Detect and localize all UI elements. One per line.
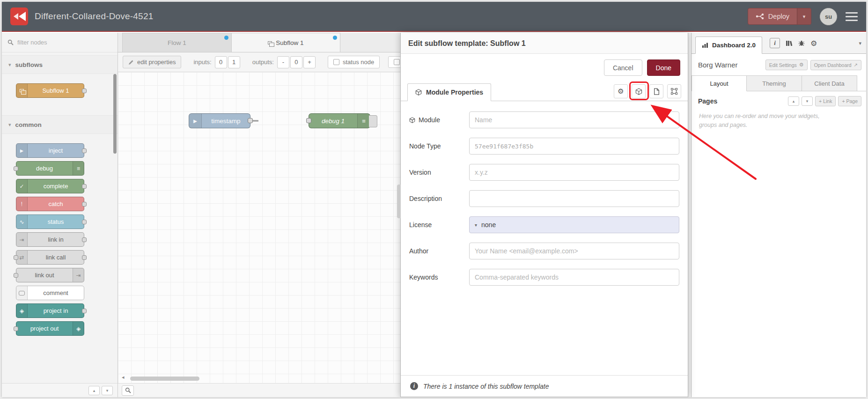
inputs-count-1-button[interactable]: 1 xyxy=(228,56,240,68)
node-type-input[interactable] xyxy=(469,138,679,155)
palette-node-debug[interactable]: debug ≡ xyxy=(16,161,84,176)
form-row-module: Module xyxy=(409,111,679,128)
version-field-label: Version xyxy=(409,169,469,176)
module-properties-tab-button[interactable] xyxy=(632,84,646,98)
palette-node-link-call[interactable]: ⇄ link call xyxy=(16,250,84,265)
author-input[interactable] xyxy=(469,243,679,259)
tab-module-properties[interactable]: Module Properties xyxy=(407,83,491,101)
palette-filter xyxy=(2,33,118,52)
chevron-down-icon: ▾ xyxy=(8,122,11,128)
bug-icon[interactable] xyxy=(798,40,805,46)
input-port xyxy=(14,273,18,278)
palette-node-project-out[interactable]: project out ◈ xyxy=(16,321,84,336)
tab-layout[interactable]: Layout xyxy=(691,75,747,91)
output-port[interactable] xyxy=(248,118,253,123)
cancel-button[interactable]: Cancel xyxy=(604,59,642,76)
license-select[interactable]: ▾ none xyxy=(469,216,679,233)
input-port[interactable] xyxy=(306,118,311,123)
inputs-count-0-button[interactable]: 0 xyxy=(215,56,227,68)
status-node-label: status node xyxy=(343,59,374,66)
external-link-icon: ↗ xyxy=(854,62,858,67)
module-field-label: Module xyxy=(409,116,469,124)
input-port xyxy=(14,255,18,260)
canvas-node-timestamp[interactable]: ► timestamp xyxy=(189,113,250,128)
outputs-decrease-button[interactable]: - xyxy=(277,56,289,68)
edit-settings-label: Edit Settings xyxy=(769,62,797,68)
deploy-options-caret[interactable]: ▾ xyxy=(797,8,811,24)
main-menu-icon[interactable] xyxy=(846,12,858,21)
tab-dashboard-2[interactable]: Dashboard 2.0 xyxy=(695,37,762,54)
outputs-increase-button[interactable]: + xyxy=(303,56,316,68)
palette-node-inject[interactable]: ► inject xyxy=(16,143,84,158)
complete-icon: ✓ xyxy=(16,179,28,193)
palette-node-subflow-1[interactable]: Subflow 1 xyxy=(16,83,84,98)
deploy-label: Deploy xyxy=(768,13,789,20)
module-cube-icon xyxy=(635,88,642,95)
description-tab-button[interactable] xyxy=(649,84,663,98)
description-input[interactable] xyxy=(469,190,679,207)
appearance-tab-button[interactable] xyxy=(667,84,681,98)
deploy-button[interactable]: Deploy ▾ xyxy=(748,8,811,25)
palette-node-project-in[interactable]: ◈ project in xyxy=(16,303,84,318)
palette-section-subflows[interactable]: ▾ subflows xyxy=(2,55,118,74)
library-icon[interactable] xyxy=(786,40,793,46)
debug-enable-toggle[interactable] xyxy=(369,115,377,127)
sidebar-tabs-caret-icon[interactable]: ▾ xyxy=(859,40,861,46)
properties-gear-tab-button[interactable]: ⚙ xyxy=(614,84,628,98)
tab-subflow-1[interactable]: Subflow 1 xyxy=(231,33,340,52)
user-avatar[interactable]: su xyxy=(820,8,837,25)
info-icon[interactable]: i xyxy=(770,38,780,48)
tab-flow-1[interactable]: Flow 1 xyxy=(122,33,231,52)
tab-theming[interactable]: Theming xyxy=(747,75,802,91)
edit-settings-button[interactable]: Edit Settings ⚙ xyxy=(765,59,808,70)
keywords-field-label: Keywords xyxy=(409,273,469,281)
palette-node-link-out[interactable]: link out ⇥ xyxy=(16,268,84,282)
move-page-up-button[interactable]: ▴ xyxy=(788,96,799,106)
filter-nodes-input[interactable] xyxy=(17,39,112,46)
node-red-app: Different-Collared-Dove-4521 Deploy ▾ su xyxy=(2,2,866,397)
palette-node-status[interactable]: ∿ status xyxy=(16,214,84,229)
canvas-node-debug-1[interactable]: debug 1 ≡ xyxy=(309,113,370,128)
edit-properties-button[interactable]: edit properties xyxy=(123,56,181,68)
palette-node-label: comment xyxy=(28,286,84,300)
open-dashboard-button[interactable]: Open Dashboard ↗ xyxy=(810,60,861,70)
palette-section-common[interactable]: ▾ common xyxy=(2,115,118,134)
inject-icon: ► xyxy=(16,144,28,157)
palette-section-content: ► inject debug ≡ ✓ complete xyxy=(2,134,118,350)
palette-scrollbar[interactable] xyxy=(113,74,117,154)
gear-icon[interactable]: ⚙ xyxy=(810,39,817,48)
deploy-button-main[interactable]: Deploy xyxy=(748,8,797,24)
move-page-down-button[interactable]: ▾ xyxy=(802,96,813,106)
palette-node-label: project out xyxy=(16,322,73,335)
palette-collapse-all-button[interactable]: ▾ xyxy=(102,386,113,395)
outputs-count-value[interactable]: 0 xyxy=(290,56,302,68)
add-link-button[interactable]: + Link xyxy=(815,96,836,106)
link-in-icon: ⇥ xyxy=(16,233,28,246)
add-page-button[interactable]: + Page xyxy=(838,96,861,106)
tab-client-data[interactable]: Client Data xyxy=(802,75,857,91)
status-node-toggle[interactable]: status node xyxy=(328,56,380,68)
palette-expand-all-button[interactable]: ▴ xyxy=(88,386,100,395)
info-icon xyxy=(410,382,418,390)
license-selected-value: none xyxy=(481,221,496,229)
keywords-input[interactable] xyxy=(469,269,679,286)
subflow-tab-icon xyxy=(268,41,272,44)
module-input[interactable] xyxy=(469,111,679,128)
version-input[interactable] xyxy=(469,164,679,181)
done-button[interactable]: Done xyxy=(647,59,680,76)
search-icon xyxy=(7,39,14,45)
palette-node-link-in[interactable]: ⇥ link in xyxy=(16,232,84,247)
zoom-search-button[interactable] xyxy=(122,385,134,396)
palette-node-comment[interactable]: comment xyxy=(16,286,84,300)
palette-node-catch[interactable]: ! catch xyxy=(16,197,84,211)
dialog-tab-row: Module Properties ⚙ xyxy=(401,82,688,101)
scroll-left-icon[interactable]: ◂ xyxy=(122,374,125,380)
horizontal-scrollbar[interactable] xyxy=(130,377,199,381)
palette-node-complete[interactable]: ✓ complete xyxy=(16,179,84,193)
link-out-icon: ⇥ xyxy=(73,268,84,282)
magnifier-icon xyxy=(125,387,131,393)
instance-name: Borg Warner xyxy=(698,61,737,69)
status-icon: ∿ xyxy=(16,215,28,229)
tray-resize-grip[interactable] xyxy=(397,185,401,218)
output-port xyxy=(82,220,87,224)
